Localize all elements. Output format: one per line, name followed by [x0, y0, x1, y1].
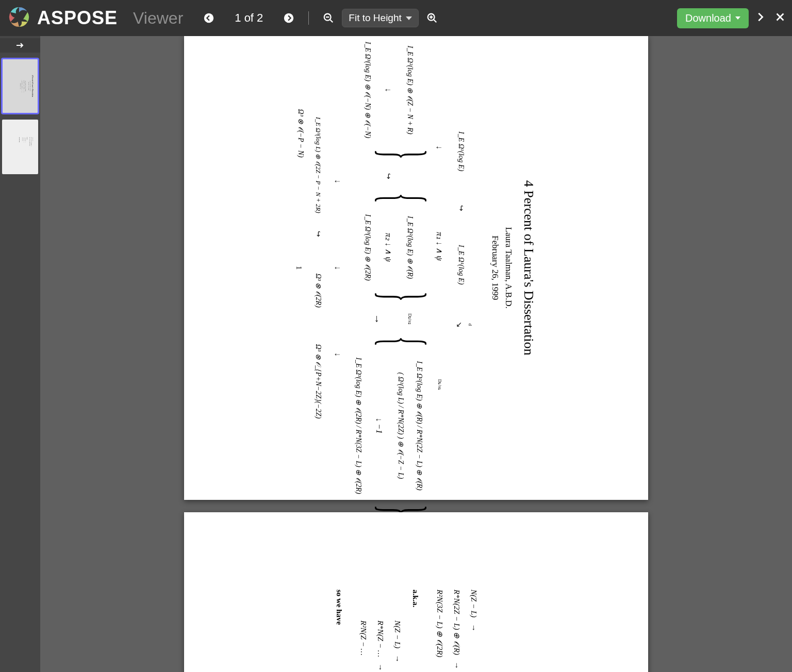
right-brace-icon: }: [349, 149, 428, 159]
diag-r1-right: I_E Ω¹(log E): [453, 229, 470, 301]
expand-right-button[interactable]: [755, 11, 766, 25]
zoom-mode-label: Fit to Height: [349, 12, 401, 24]
aka-heading: a.k.a.: [411, 590, 420, 672]
zoom-mode-select[interactable]: Fit to Height: [342, 9, 418, 27]
down-arrow-labeled: π₂ ↓ ∧ ψ: [378, 233, 400, 262]
document-page-2: N(Z − L)→ R*N(2Z − L) ⊕ 𝒪(R)→ R²N(3Z − L…: [184, 512, 648, 672]
sidebar-collapse-button[interactable]: [0, 38, 40, 53]
download-button[interactable]: Download: [677, 8, 749, 28]
down-arrow-icon: ↓: [328, 266, 348, 270]
down-arrow-icon: ↓: [328, 352, 348, 357]
next-page-button[interactable]: [279, 9, 298, 27]
right-arrow-icon: →: [389, 648, 406, 669]
document-scroll-area[interactable]: 4 Percent of Laura's Dissertation Laura …: [40, 36, 792, 672]
arrow-right-circle-icon: [283, 12, 294, 24]
down-arrow-labeled: π₁ ↓ ∧ ψ: [430, 232, 449, 261]
diag-quotient-label: D₂/π₂: [407, 314, 412, 325]
diag-r3-left: I_E Ω³(log E) ⊕ 𝒪(−N) ⊕ 𝒪(−N): [358, 42, 376, 139]
thumbnail-page-1[interactable]: 4 Percent of Laura's Dissertation Laura …: [2, 59, 38, 113]
thumbnail-sidebar: 4 Percent of Laura's Dissertation Laura …: [0, 36, 40, 672]
close-icon: [774, 11, 786, 23]
diag-r4-left: I_E Ω³(log L) ⊕ 𝒪(2Z − P − N + 2R): [310, 117, 326, 213]
diag-r2-far-a: I_E Ω²(log E) ⊕ 𝒪(R) / R*N(2Z − L) ⊕ 𝒪(R…: [409, 358, 428, 494]
document-title: 4 Percent of Laura's Dissertation: [521, 57, 536, 479]
p2-a2: R*N(Z − …: [376, 620, 385, 657]
diag-quotient-label: D₁/π₁: [437, 379, 441, 391]
commutative-diagram: I_E Ω¹(log E) ↪ I_E Ω¹(log E) d ↘ ↓ π₁ ↓…: [292, 57, 472, 479]
chevron-right-icon: [755, 11, 766, 23]
p2-a1: N(Z − L): [393, 620, 402, 648]
p2-a3: R²N(Z − …: [359, 620, 368, 656]
brand-block: ASPOSE: [6, 4, 118, 32]
toolbar-divider: [308, 11, 309, 25]
down-arrow-labeled: ↓ −1: [368, 418, 390, 434]
hookarrow-icon: ↪: [453, 205, 470, 211]
left-brace-icon: {: [349, 337, 428, 347]
prev-page-button[interactable]: [200, 9, 218, 27]
diag-r3-right: I_E Ω³(log E) ⊕ 𝒪(2R): [358, 214, 376, 281]
top-toolbar: ASPOSE Viewer 1 of 2 Fit to Height: [0, 0, 792, 36]
close-button[interactable]: [774, 11, 786, 25]
caret-down-icon: [735, 16, 740, 20]
down-right-arrow-icon: ↘: [455, 322, 463, 328]
svg-line-3: [330, 20, 333, 23]
zoom-out-icon: [323, 12, 334, 24]
brand-text: ASPOSE: [37, 7, 118, 29]
svg-point-1: [284, 13, 293, 23]
document-author: Laura Taalman, A.B.D.: [503, 57, 514, 479]
document-page-1: 4 Percent of Laura's Dissertation Laura …: [184, 36, 648, 500]
right-arrow-icon: →: [448, 655, 465, 672]
zoom-in-icon: [426, 12, 438, 24]
p2-l1: N(Z − L): [470, 590, 478, 617]
thumbnail-preview: 4 Percent of Laura's Dissertation Laura …: [5, 68, 36, 104]
diag-r2-left: I_E Ω²(log E) ⊕ 𝒪(Z − N + R): [400, 42, 419, 139]
diag-r4-right: Ω³ ⊗ 𝒪(2R): [309, 255, 327, 327]
zoom-in-button[interactable]: [423, 9, 441, 27]
thumbnail-preview: N(Z−L) → R*N(2Z−L)⊕𝒪(R) → R²N(3Z−L)⊕𝒪(2R…: [5, 129, 36, 165]
diag-arrow-label: d: [468, 318, 472, 331]
down-arrow-icon: ↓: [378, 88, 400, 92]
p2-l2: R*N(2Z − L) ⊕ 𝒪(R): [453, 590, 461, 655]
down-arrow-icon: ↓: [328, 179, 348, 183]
right-brace-icon: }: [349, 292, 428, 302]
thumbnail-page-2[interactable]: N(Z−L) → R*N(2Z−L)⊕𝒪(R) → R²N(3Z−L)⊕𝒪(2R…: [2, 120, 38, 174]
arrow-right-icon: [15, 42, 25, 49]
app-subtitle: Viewer: [133, 9, 183, 28]
arrow-left-circle-icon: [203, 12, 214, 24]
page-indicator: 1 of 2: [222, 11, 275, 25]
aspose-logo-icon: [6, 4, 32, 32]
page-number: 1: [294, 266, 303, 270]
diag-r2-far-b: ( Ω²(log L) / R*N(2Z) ) ⊕ 𝒪(−Z − L): [391, 358, 409, 494]
diag-r4-far: Ω³ ⊗ 𝒪_{P+N−2Z}(−2Z): [309, 344, 327, 419]
right-arrow-icon: →: [372, 657, 389, 672]
hookarrow-icon: ↪: [380, 169, 398, 183]
p2-l3: R²N(3Z − L) ⊕ 𝒪(2R): [436, 590, 444, 658]
zoom-out-button[interactable]: [319, 9, 338, 27]
svg-point-0: [204, 13, 213, 23]
right-arrow-icon: →: [465, 617, 482, 638]
diag-r3-far: I_E Ω³(log E) ⊕ 𝒪(2R) / R*N(3Z − L) ⊕ 𝒪(…: [349, 358, 367, 494]
hookarrow-icon: ↪: [309, 231, 327, 237]
diag-r2-right: I_E Ω²(log E) ⊕ 𝒪(R): [400, 214, 419, 281]
diag-r1-left: I_E Ω¹(log E): [453, 115, 470, 188]
svg-line-6: [434, 20, 437, 23]
diag-r5-left: Ω³ ⊗ 𝒪(−P − N): [292, 97, 309, 170]
download-label: Download: [685, 12, 731, 24]
so-we-have-heading: so we have: [335, 590, 343, 672]
right-arrow-icon: →: [372, 314, 383, 324]
document-date: February 26, 1999: [490, 57, 500, 479]
left-brace-icon: {: [349, 193, 428, 204]
chevron-down-icon: [406, 16, 412, 20]
